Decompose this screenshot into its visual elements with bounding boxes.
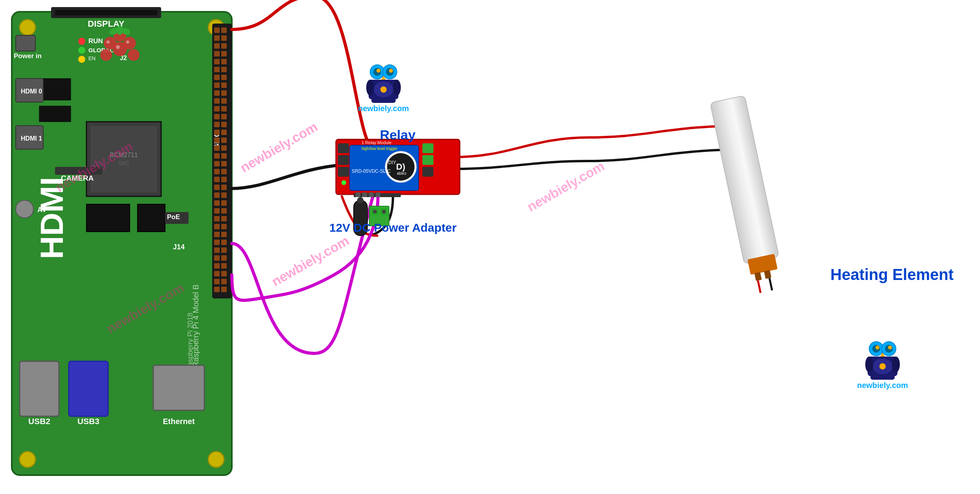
svg-rect-132	[338, 155, 349, 165]
svg-rect-173	[369, 80, 398, 99]
svg-rect-105	[16, 79, 43, 102]
svg-text:ables: ables	[397, 171, 406, 176]
svg-rect-32	[221, 82, 227, 88]
svg-rect-147	[356, 192, 360, 197]
svg-rect-56	[221, 177, 227, 182]
svg-rect-155	[371, 208, 378, 215]
svg-point-166	[370, 65, 384, 79]
svg-rect-187	[868, 357, 897, 376]
svg-text:BCM2711: BCM2711	[110, 152, 138, 158]
svg-text:D): D)	[396, 162, 405, 172]
svg-rect-69	[214, 232, 220, 237]
svg-rect-135	[422, 155, 433, 165]
svg-rect-48	[221, 145, 227, 151]
svg-rect-146	[354, 193, 401, 197]
svg-rect-21	[214, 43, 220, 49]
svg-rect-53	[214, 169, 220, 174]
svg-rect-22	[221, 43, 227, 49]
svg-rect-80	[221, 271, 227, 276]
svg-point-192	[892, 357, 900, 372]
wiring-diagram: DISPLAY RUN GLOBAL EN J2 GPIO	[0, 0, 980, 494]
svg-text:HDMI: HDMI	[34, 177, 70, 259]
svg-rect-58	[221, 185, 227, 190]
svg-rect-75	[214, 255, 220, 261]
svg-text:Raspberry Pi 4 Model B: Raspberry Pi 4 Model B	[191, 284, 200, 367]
svg-rect-61	[214, 200, 220, 206]
svg-point-153	[357, 197, 363, 203]
svg-rect-45	[214, 137, 220, 143]
svg-rect-176	[371, 98, 396, 103]
svg-rect-115	[165, 212, 189, 224]
svg-point-9	[78, 47, 85, 54]
svg-marker-186	[880, 353, 885, 357]
svg-point-89	[128, 49, 139, 61]
svg-text:SRD-05VDC-SL-C: SRD-05VDC-SL-C	[352, 168, 391, 174]
svg-point-88	[114, 29, 126, 42]
svg-rect-50	[221, 153, 227, 159]
heating-element-label: Heating Element	[830, 266, 953, 283]
svg-rect-77	[214, 263, 220, 269]
svg-rect-62	[221, 200, 227, 206]
svg-point-137	[385, 151, 417, 183]
svg-text:12V DC Power Adapter: 12V DC Power Adapter	[329, 221, 457, 234]
svg-rect-42	[221, 122, 227, 127]
svg-rect-70	[221, 232, 227, 237]
svg-point-157	[373, 210, 377, 214]
svg-point-86	[123, 37, 136, 49]
svg-point-189	[879, 363, 886, 370]
svg-point-138	[387, 153, 415, 181]
svg-point-180	[869, 342, 883, 356]
svg-point-184	[875, 346, 879, 349]
svg-rect-83	[214, 287, 220, 292]
svg-rect-134	[422, 143, 433, 153]
svg-rect-161	[747, 254, 778, 275]
svg-point-145	[341, 180, 346, 185]
svg-point-93	[117, 26, 123, 35]
svg-rect-57	[214, 185, 220, 190]
svg-point-168	[373, 68, 381, 76]
svg-line-165	[769, 278, 772, 290]
svg-rect-156	[380, 208, 387, 215]
svg-rect-104	[39, 106, 71, 122]
svg-rect-64	[221, 208, 227, 214]
svg-marker-172	[381, 76, 386, 80]
svg-rect-20	[221, 35, 227, 41]
svg-rect-0	[12, 12, 232, 475]
svg-text:PoE: PoE	[167, 213, 180, 221]
svg-rect-37	[214, 106, 220, 112]
svg-rect-148	[362, 192, 367, 197]
svg-rect-28	[221, 67, 227, 72]
svg-rect-63	[214, 208, 220, 214]
svg-rect-136	[422, 167, 433, 177]
svg-text:GLOBAL: GLOBAL	[88, 47, 113, 53]
svg-text:J2: J2	[120, 55, 127, 61]
svg-rect-30	[221, 75, 227, 80]
svg-point-171	[389, 69, 393, 73]
svg-text:Power in: Power in	[14, 52, 42, 60]
svg-rect-149	[369, 192, 374, 197]
svg-rect-160	[710, 95, 779, 264]
svg-rect-74	[221, 247, 227, 253]
svg-rect-38	[221, 106, 227, 112]
svg-rect-97	[86, 122, 161, 196]
svg-rect-65	[214, 216, 220, 221]
svg-rect-154	[369, 206, 389, 226]
svg-rect-82	[221, 279, 227, 284]
svg-rect-51	[214, 161, 220, 166]
svg-point-170	[376, 69, 380, 73]
svg-text:J14: J14	[173, 243, 185, 251]
svg-rect-27	[214, 67, 220, 72]
power-adapter: 12V DC Power Adapter	[329, 197, 457, 236]
svg-rect-23	[214, 51, 220, 57]
svg-rect-60	[221, 192, 227, 198]
svg-rect-49	[214, 153, 220, 159]
svg-point-185	[888, 346, 892, 349]
svg-point-177	[366, 80, 374, 95]
svg-text:SoC: SoC	[118, 160, 129, 166]
svg-rect-73	[214, 247, 220, 253]
svg-rect-19	[214, 35, 220, 41]
svg-rect-101	[86, 204, 130, 232]
svg-text:USB3: USB3	[77, 417, 99, 426]
svg-point-96	[106, 40, 110, 44]
svg-text:© Raspberry Pi 2018: © Raspberry Pi 2018	[186, 313, 194, 378]
